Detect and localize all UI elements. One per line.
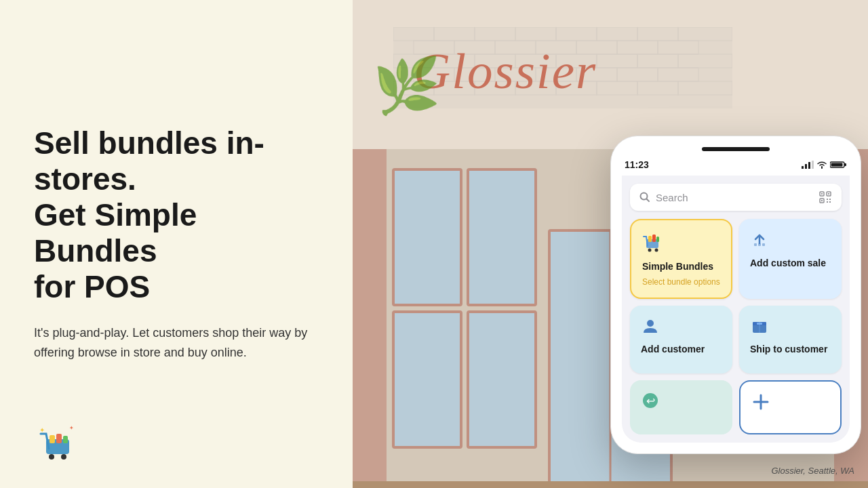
simple-bundles-tile[interactable]: Simple Bundles Select bundle options — [630, 219, 732, 299]
svg-rect-67 — [844, 163, 846, 166]
svg-line-70 — [647, 199, 650, 202]
tree-decoration: 🌿 — [373, 54, 441, 118]
svg-rect-86 — [656, 237, 659, 242]
headline-line1: Sell bundles in-stores. — [34, 125, 264, 197]
status-time: 11:23 — [625, 159, 649, 170]
person-icon — [641, 317, 660, 338]
svg-rect-80 — [829, 201, 831, 203]
subtext: It's plug-and-play. Let customers shop t… — [34, 323, 319, 363]
plus-icon — [751, 392, 770, 415]
search-bar[interactable]: Search — [630, 184, 842, 211]
svg-rect-94 — [757, 323, 762, 325]
add-custom-sale-name: Add custom sale — [750, 258, 826, 268]
ship-to-customer-tile[interactable]: Ship to customer — [739, 306, 842, 373]
simple-bundles-subtitle: Select bundle options — [642, 277, 720, 287]
svg-rect-78 — [829, 199, 831, 200]
package-icon — [750, 317, 769, 338]
svg-rect-62 — [802, 166, 804, 169]
phone-screen: Search — [622, 176, 850, 443]
svg-rect-4 — [56, 434, 62, 443]
signal-icon — [802, 161, 814, 169]
svg-rect-64 — [808, 162, 810, 169]
svg-rect-79 — [827, 201, 828, 203]
svg-rect-77 — [827, 199, 828, 200]
add-customer-tile[interactable]: Add customer — [630, 306, 732, 373]
svg-rect-89 — [762, 243, 765, 246]
add-tile[interactable] — [739, 380, 842, 434]
svg-rect-53 — [393, 312, 461, 447]
svg-text:↩: ↩ — [646, 395, 655, 407]
right-panel: Glossier 🌿 — [353, 0, 868, 488]
svg-rect-88 — [758, 243, 761, 246]
svg-rect-84 — [648, 236, 652, 242]
svg-rect-49 — [353, 149, 387, 488]
svg-rect-65 — [812, 161, 814, 169]
ship-to-customer-name: Ship to customer — [750, 344, 827, 354]
svg-point-83 — [655, 249, 658, 252]
svg-text:✦: ✦ — [39, 426, 45, 434]
discount-tile[interactable]: ↩ — [630, 380, 732, 434]
svg-rect-63 — [805, 164, 807, 169]
svg-rect-68 — [831, 163, 843, 167]
app-grid: Simple Bundles Select bundle options — [630, 219, 842, 373]
svg-rect-76 — [821, 200, 823, 201]
svg-point-1 — [49, 454, 54, 460]
store-caption: Glossier, Seattle, WA — [771, 466, 854, 476]
headline-line2: Get Simple Bundles — [34, 197, 197, 268]
svg-rect-51 — [393, 169, 461, 305]
phone-frame: 11:23 — [610, 136, 861, 454]
svg-point-2 — [61, 454, 66, 460]
qr-grid-icon — [818, 190, 832, 204]
bottom-row: ↩ — [630, 380, 842, 434]
svg-rect-5 — [63, 436, 68, 443]
svg-text:Glossier: Glossier — [414, 43, 597, 99]
search-placeholder: Search — [656, 192, 813, 203]
search-icon — [639, 192, 650, 203]
svg-rect-74 — [821, 193, 823, 195]
status-icons — [802, 161, 847, 169]
battery-icon — [830, 161, 847, 169]
bottom-logo: ✦ ✦ — [34, 420, 81, 468]
svg-text:✦: ✦ — [69, 425, 74, 431]
status-bar: 11:23 — [622, 157, 850, 176]
svg-rect-75 — [828, 193, 829, 195]
simple-bundles-name: Simple Bundles — [642, 261, 713, 272]
discount-icon: ↩ — [641, 391, 660, 413]
simple-bundles-icon — [642, 231, 664, 256]
phone-mockup: 11:23 — [610, 136, 861, 454]
headline-line3: for POS — [34, 269, 150, 304]
add-customer-name: Add customer — [641, 344, 705, 354]
svg-rect-54 — [468, 312, 536, 447]
svg-point-82 — [648, 249, 652, 252]
upload-icon — [750, 230, 769, 252]
svg-point-90 — [647, 320, 654, 327]
headline: Sell bundles in-stores. Get Simple Bundl… — [34, 125, 319, 304]
add-custom-sale-tile[interactable]: Add custom sale — [739, 219, 842, 299]
left-panel: Sell bundles in-stores. Get Simple Bundl… — [0, 0, 353, 488]
svg-rect-85 — [652, 235, 656, 242]
svg-rect-61 — [353, 481, 868, 488]
phone-notch — [702, 147, 770, 151]
svg-rect-3 — [50, 435, 55, 443]
wifi-icon — [816, 161, 827, 169]
svg-rect-87 — [754, 243, 757, 246]
svg-rect-52 — [468, 169, 536, 305]
store-sign-area: Glossier — [393, 27, 854, 111]
